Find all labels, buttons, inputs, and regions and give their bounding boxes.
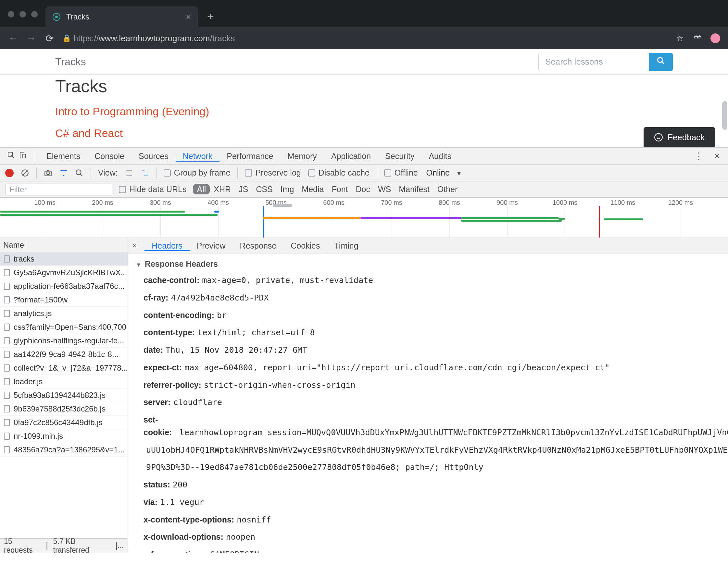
filter-type-css[interactable]: CSS: [252, 184, 276, 194]
request-row[interactable]: 48356a79ca?a=1386295&v=1...: [0, 443, 128, 457]
devtools-tab-performance[interactable]: Performance: [219, 152, 280, 161]
detail-tab-cookies[interactable]: Cookies: [284, 241, 327, 250]
devtools-close-icon[interactable]: ×: [711, 151, 723, 161]
filter-input[interactable]: [5, 184, 112, 195]
reload-button[interactable]: ⟳: [44, 33, 55, 44]
track-link[interactable]: Intro to Programming (Evening): [55, 105, 673, 118]
throttling-select[interactable]: Online▼: [426, 168, 462, 177]
response-headers-section[interactable]: Response Headers: [136, 259, 720, 269]
filter-type-manifest[interactable]: Manifest: [395, 184, 433, 194]
detail-tab-headers[interactable]: Headers: [145, 241, 190, 251]
inspect-icon[interactable]: [5, 151, 17, 161]
traffic-close[interactable]: [8, 11, 14, 18]
file-icon: [4, 351, 10, 358]
star-icon[interactable]: ☆: [674, 33, 685, 44]
request-row[interactable]: analytics.js: [0, 307, 128, 320]
request-row[interactable]: nr-1099.min.js: [0, 429, 128, 443]
request-detail: × HeadersPreviewResponseCookiesTiming Re…: [128, 238, 728, 553]
response-header-row: 9PQ%3D%3D--19ed847ae781cb06de2500e277808…: [144, 461, 720, 474]
file-icon: [4, 446, 10, 454]
filter-type-ws[interactable]: WS: [374, 184, 395, 194]
detail-close-icon[interactable]: ×: [132, 241, 137, 250]
network-timeline[interactable]: 100 ms200 ms300 ms400 ms500 ms600 ms700 …: [0, 198, 728, 238]
request-row[interactable]: tracks: [0, 252, 128, 266]
filter-type-doc[interactable]: Doc: [352, 184, 374, 194]
response-header-row: uUU1obHJ4OFQ1RWptakNHRVBsNmVHV2wycE9sRGt…: [144, 444, 720, 457]
filter-type-other[interactable]: Other: [434, 184, 462, 194]
column-header-name[interactable]: Name: [0, 238, 128, 252]
detail-tab-response[interactable]: Response: [233, 241, 284, 250]
search-icon[interactable]: [75, 169, 83, 177]
filter-type-media[interactable]: Media: [298, 184, 328, 194]
headers-panel[interactable]: Response Headers cache-control:max-age=0…: [128, 253, 728, 553]
screenshot-icon[interactable]: [44, 169, 52, 177]
request-row[interactable]: 9b639e7588d25f3dc26b.js: [0, 402, 128, 416]
offline-checkbox[interactable]: Offline: [384, 168, 418, 177]
file-icon: [4, 269, 10, 276]
search-button[interactable]: [649, 53, 673, 71]
track-link[interactable]: C# and React: [55, 127, 673, 140]
request-row[interactable]: aa1422f9-9ca9-4942-8b1c-8...: [0, 348, 128, 361]
traffic-max[interactable]: [31, 11, 38, 18]
filter-type-font[interactable]: Font: [328, 184, 352, 194]
detail-tab-timing[interactable]: Timing: [327, 241, 366, 250]
view-waterfall-icon[interactable]: [140, 169, 149, 177]
extensions-icon[interactable]: [692, 33, 703, 44]
devtools-tab-console[interactable]: Console: [87, 152, 131, 161]
page-content: Tracks Tracks Intro to Programming (Even…: [0, 49, 728, 147]
response-header-row: x-frame-options:SAMEORIGIN: [144, 548, 720, 553]
page-scrollbar[interactable]: [722, 101, 727, 130]
filter-type-xhr[interactable]: XHR: [210, 184, 235, 194]
request-row[interactable]: 0fa97c2c856c43449dfb.js: [0, 416, 128, 429]
tab-close-icon[interactable]: ×: [186, 12, 191, 22]
timeline-scrollbar[interactable]: [273, 204, 292, 207]
filter-type-js[interactable]: JS: [235, 184, 252, 194]
request-row[interactable]: loader.js: [0, 375, 128, 388]
devtools-tab-security[interactable]: Security: [378, 152, 421, 161]
filter-type-all[interactable]: All: [193, 184, 210, 194]
request-row[interactable]: glyphicons-halflings-regular-fe...: [0, 334, 128, 348]
group-by-frame-checkbox[interactable]: Group by frame: [164, 168, 231, 177]
request-row[interactable]: Gy5a6AgvmvRZuSjlcKRlBTwX...: [0, 266, 128, 279]
feedback-button[interactable]: Feedback: [644, 127, 715, 147]
request-row[interactable]: ?format=1500w: [0, 293, 128, 307]
file-icon: [4, 433, 10, 440]
svg-rect-5: [20, 152, 24, 158]
filter-type-img[interactable]: Img: [277, 184, 298, 194]
back-button[interactable]: ←: [8, 33, 18, 44]
kebab-icon[interactable]: ⋮: [693, 150, 705, 161]
device-toggle-icon[interactable]: [17, 151, 29, 161]
request-row[interactable]: css?family=Open+Sans:400,700: [0, 320, 128, 334]
devtools-tab-application[interactable]: Application: [324, 152, 378, 161]
detail-tab-preview[interactable]: Preview: [190, 241, 233, 250]
view-list-icon[interactable]: [125, 169, 133, 177]
clear-button[interactable]: [21, 169, 29, 177]
network-status-bar: 15 requests | 5.7 KB transferred |...: [0, 539, 128, 553]
preserve-log-checkbox[interactable]: Preserve log: [245, 168, 301, 177]
file-icon: [4, 283, 10, 290]
response-header-row: referrer-policy:strict-origin-when-cross…: [144, 379, 720, 392]
devtools-tab-network[interactable]: Network: [176, 152, 220, 162]
page-brand[interactable]: Tracks: [55, 56, 86, 68]
request-row[interactable]: 5cfba93a81394244b823.js: [0, 388, 128, 402]
request-row[interactable]: collect?v=1&_v=j72&a=197778...: [0, 361, 128, 375]
filter-toggle-icon[interactable]: [59, 169, 68, 177]
forward-button[interactable]: →: [26, 33, 36, 44]
tab-title: Tracks: [66, 12, 89, 21]
devtools-tab-sources[interactable]: Sources: [131, 152, 176, 161]
svg-rect-1: [698, 36, 701, 38]
devtools-tab-elements[interactable]: Elements: [39, 152, 87, 161]
browser-tab[interactable]: Tracks ×: [46, 6, 198, 27]
search-input[interactable]: [538, 53, 649, 71]
record-button[interactable]: [5, 169, 14, 177]
lock-icon[interactable]: 🔒: [62, 34, 69, 43]
profile-avatar[interactable]: [710, 33, 720, 43]
new-tab-button[interactable]: +: [198, 10, 223, 27]
traffic-min[interactable]: [20, 11, 26, 18]
disable-cache-checkbox[interactable]: Disable cache: [308, 168, 369, 177]
request-row[interactable]: application-fe663aba37aaf76c...: [0, 279, 128, 293]
devtools-tab-audits[interactable]: Audits: [421, 152, 458, 161]
url-text[interactable]: https://www.learnhowtoprogram.com/tracks: [73, 33, 667, 44]
hide-data-urls-checkbox[interactable]: Hide data URLs: [119, 185, 186, 194]
devtools-tab-memory[interactable]: Memory: [280, 152, 324, 161]
